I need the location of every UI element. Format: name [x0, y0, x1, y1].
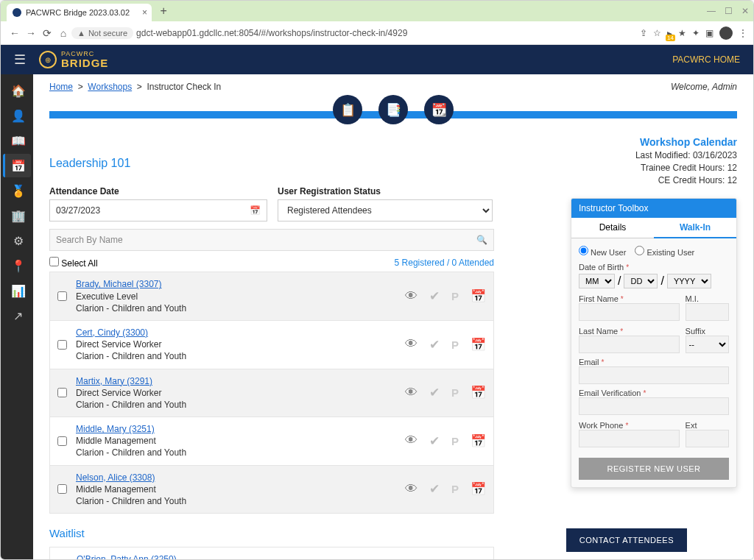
radio-existing-user[interactable]: Existing User: [635, 246, 694, 257]
nav-location-icon[interactable]: 📍: [3, 254, 31, 277]
attendee-checkbox[interactable]: [57, 388, 67, 397]
attendee-checkbox[interactable]: [57, 340, 67, 350]
breadcrumb-home[interactable]: Home: [49, 82, 73, 92]
breadcrumb-workshops[interactable]: Workshops: [88, 82, 132, 92]
schedule-icon[interactable]: 📅: [471, 385, 486, 400]
select-all-checkbox[interactable]: [49, 257, 59, 266]
eye-icon[interactable]: 👁: [405, 386, 417, 400]
p-icon[interactable]: P: [451, 386, 459, 399]
attendee-name-link[interactable]: Nelson, Alice (3308): [76, 472, 155, 483]
close-tab-icon[interactable]: ×: [142, 7, 147, 18]
dob-month[interactable]: MM: [579, 274, 615, 288]
bookmark-icon[interactable]: ☆: [653, 28, 661, 38]
back-icon[interactable]: ←: [7, 27, 23, 39]
nav-user-icon[interactable]: 👤: [3, 104, 31, 127]
reload-icon[interactable]: ⟳: [39, 27, 55, 39]
attendee-name-link[interactable]: Martix, Mary (3291): [76, 376, 152, 386]
pacwrc-home-link[interactable]: PACWRC HOME: [672, 54, 740, 65]
app-logo[interactable]: ⊕ PACWRC BRIDGE: [39, 51, 108, 68]
nav-building-icon[interactable]: 🏢: [3, 204, 31, 227]
check-circle-icon[interactable]: ✔: [429, 433, 440, 449]
attendee-checkbox[interactable]: [57, 484, 67, 494]
tab-title: PACWRC Bridge 2023.03.02: [26, 8, 130, 17]
window-maximize-icon[interactable]: ☐: [725, 6, 733, 16]
nav-gear-icon[interactable]: ⚙: [3, 229, 31, 252]
attendee-name-link[interactable]: Middle, Mary (3251): [76, 424, 155, 434]
extension-icon[interactable]: ▸14: [667, 27, 672, 39]
bookmark2-icon[interactable]: ★: [678, 28, 686, 38]
radio-new-user[interactable]: New User: [579, 246, 626, 257]
app-header: ☰ ⊕ PACWRC BRIDGE PACWRC HOME: [1, 45, 753, 74]
tab-walkin[interactable]: Walk-In: [654, 218, 736, 238]
eye-icon[interactable]: 👁: [405, 482, 417, 497]
email-input[interactable]: [579, 366, 729, 384]
attendee-org: Clarion - Children and Youth: [76, 351, 186, 361]
phone-input[interactable]: [579, 430, 680, 447]
share-icon[interactable]: ⇪: [640, 28, 647, 38]
forward-icon[interactable]: →: [23, 27, 39, 39]
browser-tab[interactable]: PACWRC Bridge 2023.03.02 ×: [7, 4, 152, 21]
suffix-select[interactable]: --: [686, 336, 729, 353]
schedule-icon[interactable]: 📅: [471, 433, 486, 449]
attendance-date-input[interactable]: 03/27/2023 📅: [49, 199, 267, 221]
ext-input[interactable]: [686, 430, 729, 447]
attendee-checkbox[interactable]: [57, 291, 67, 301]
eye-icon[interactable]: 👁: [405, 289, 417, 304]
register-new-user-button[interactable]: REGISTER NEW USER: [579, 458, 729, 480]
nav-external-icon[interactable]: ↗: [3, 304, 31, 327]
schedule-icon[interactable]: 📅: [471, 481, 486, 497]
home-icon[interactable]: ⌂: [55, 27, 71, 39]
mi-input[interactable]: [686, 303, 729, 321]
p-icon[interactable]: P: [451, 435, 459, 447]
lastname-input[interactable]: [579, 336, 680, 353]
check-circle-icon[interactable]: ✔: [429, 288, 440, 304]
search-input[interactable]: Search By Name 🔍: [49, 229, 494, 251]
profile-avatar[interactable]: [719, 26, 733, 40]
date-action-icon[interactable]: 📆: [424, 95, 454, 124]
attendee-role: Executive Level: [76, 291, 138, 302]
check-circle-icon[interactable]: ✔: [429, 481, 440, 497]
security-badge[interactable]: ▲ Not secure: [71, 27, 133, 39]
attendee-info: Martix, Mary (3291) Direct Service Worke…: [76, 375, 405, 411]
dob-day[interactable]: DD: [624, 274, 658, 288]
nav-calendar-icon[interactable]: 📅: [3, 154, 31, 177]
contact-attendees-button[interactable]: CONTACT ATTENDEES: [566, 528, 687, 552]
firstname-input[interactable]: [579, 303, 680, 321]
nav-book-icon[interactable]: 📖: [3, 129, 31, 152]
p-icon[interactable]: P: [451, 339, 459, 351]
panel-icon[interactable]: ▣: [705, 28, 714, 38]
puzzle-icon[interactable]: ✦: [692, 28, 700, 38]
window-minimize-icon[interactable]: —: [707, 6, 716, 16]
nav-home-icon[interactable]: 🏠: [3, 79, 31, 102]
registration-status-select[interactable]: Registered Attendees: [278, 199, 493, 221]
calendar-action-icon[interactable]: 📋: [333, 95, 362, 124]
email-verify-input[interactable]: [579, 397, 729, 415]
nav-chart-icon[interactable]: 📊: [3, 279, 31, 302]
hamburger-icon[interactable]: ☰: [14, 52, 26, 68]
attendee-name-link[interactable]: Cert, Cindy (3300): [76, 327, 148, 338]
schedule-icon[interactable]: 📅: [471, 288, 486, 304]
p-icon[interactable]: P: [451, 483, 459, 495]
check-circle-icon[interactable]: ✔: [429, 337, 440, 352]
p-icon[interactable]: P: [451, 290, 459, 302]
list-action-icon[interactable]: 📑: [378, 95, 408, 124]
eye-icon[interactable]: 👁: [405, 433, 417, 448]
extension-badge-count: 14: [666, 35, 675, 41]
schedule-icon[interactable]: 📅: [471, 337, 486, 352]
nav-award-icon[interactable]: 🏅: [3, 179, 31, 202]
eye-icon[interactable]: 👁: [405, 337, 417, 352]
attendee-name-link[interactable]: Brady, Michael (3307): [76, 279, 162, 289]
calendar-picker-icon[interactable]: 📅: [250, 205, 261, 216]
check-circle-icon[interactable]: ✔: [429, 385, 440, 400]
window-close-icon[interactable]: ✕: [741, 6, 749, 16]
attendee-checkbox[interactable]: [57, 436, 67, 446]
waitlist-name-link[interactable]: O'Brien, Patty Ann (3250): [77, 554, 177, 559]
tab-details[interactable]: Details: [571, 218, 654, 238]
workshop-calendar-link[interactable]: Workshop Calendar: [640, 136, 737, 148]
dob-year[interactable]: YYYY: [667, 274, 711, 288]
meta-trainee-hours: Trainee Credit Hours: 12: [635, 162, 737, 174]
select-all-label[interactable]: Select All: [49, 257, 98, 269]
new-tab-button[interactable]: +: [156, 4, 171, 18]
menu-icon[interactable]: ⋮: [739, 28, 747, 38]
url-text[interactable]: gdct-webapp01.gdcllc.net:8054/#/workshop…: [136, 28, 640, 38]
